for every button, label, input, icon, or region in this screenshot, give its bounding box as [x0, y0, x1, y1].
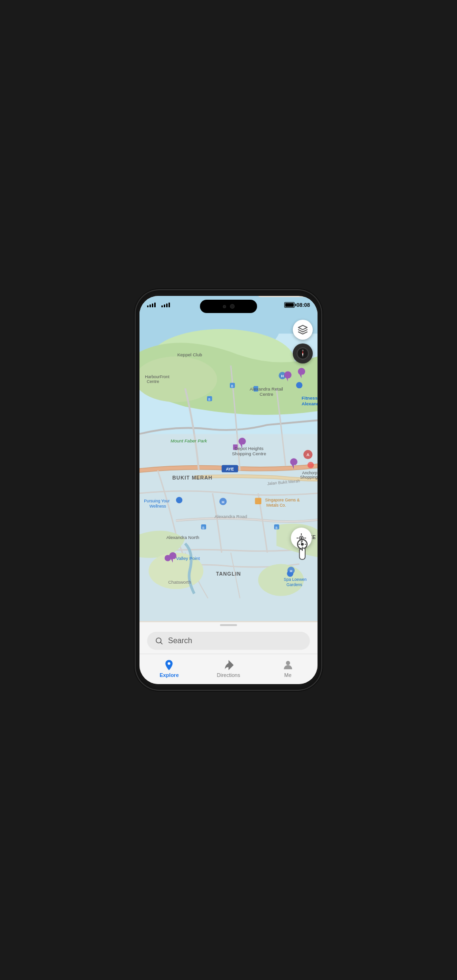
search-icon [155, 637, 163, 645]
signal-bar-3 [152, 304, 153, 307]
svg-point-28 [176, 497, 182, 503]
signal-bar-7 [166, 304, 168, 307]
tab-explore[interactable]: Explore [139, 657, 199, 680]
battery-icon [284, 302, 295, 308]
bottom-panel: Search Explore Directions [139, 622, 318, 684]
svg-text:Centre: Centre [259, 392, 273, 397]
svg-text:Depot Heights: Depot Heights [235, 446, 264, 451]
status-time: 08:08 [297, 302, 310, 308]
svg-text:Gardens: Gardens [287, 582, 302, 587]
svg-text:BUKIT MERAH: BUKIT MERAH [172, 475, 212, 480]
svg-text:Alexandra North: Alexandra North [166, 535, 199, 540]
signal-bar-4 [154, 303, 156, 307]
signal-indicators [147, 303, 170, 307]
signal-bar-6 [164, 304, 165, 307]
selfie-camera [230, 304, 235, 309]
svg-rect-31 [255, 498, 261, 504]
svg-text:Keppel Club: Keppel Club [177, 352, 202, 357]
svg-text:H: H [290, 569, 293, 573]
svg-text:Shopping: Shopping [300, 475, 318, 480]
map-container[interactable]: AYE Keppel Club HarbourFront Centre Alex… [139, 296, 318, 622]
svg-text:Alexandra Retail: Alexandra Retail [249, 386, 283, 392]
camera-notch [200, 300, 257, 313]
map-controls: N [293, 320, 313, 363]
svg-text:Shopping Centre: Shopping Centre [232, 451, 266, 456]
tab-explore-label: Explore [159, 672, 179, 678]
front-camera [223, 305, 226, 308]
svg-text:B: B [231, 384, 233, 388]
search-bar[interactable]: Search [147, 632, 310, 650]
search-bar-area: Search [139, 627, 318, 654]
map-svg[interactable]: AYE Keppel Club HarbourFront Centre Alex… [139, 296, 318, 622]
svg-text:Chatsworth: Chatsworth [168, 579, 191, 585]
signal-bar-1 [147, 305, 149, 307]
explore-icon [163, 659, 175, 671]
search-placeholder: Search [168, 637, 192, 645]
svg-text:Wellness: Wellness [149, 504, 166, 509]
svg-text:Centre: Centre [147, 379, 159, 384]
me-icon [282, 659, 294, 671]
location-icon [296, 532, 307, 544]
svg-text:Alexandra Road: Alexandra Road [214, 514, 247, 519]
svg-text:H: H [222, 500, 225, 504]
svg-text:Pursuing Your: Pursuing Your [144, 499, 170, 503]
location-button[interactable] [291, 528, 312, 549]
svg-text:Spa Loewen: Spa Loewen [284, 577, 307, 582]
svg-text:A: A [307, 452, 309, 457]
svg-text:B: B [275, 526, 278, 529]
svg-point-25 [308, 462, 314, 468]
compass-icon: N [296, 347, 309, 360]
svg-line-78 [160, 642, 162, 644]
svg-text:B: B [208, 398, 210, 401]
compass-button[interactable]: N [293, 343, 313, 363]
svg-text:Valley Point: Valley Point [176, 556, 200, 561]
tab-me[interactable]: Me [258, 657, 318, 680]
svg-text:AYE: AYE [226, 467, 234, 471]
phone-screen: 08:08 [139, 296, 318, 684]
svg-text:H: H [281, 374, 284, 378]
signal-bar-5 [161, 305, 163, 307]
drag-handle [220, 624, 237, 626]
svg-text:Anchorpt: Anchorpt [302, 470, 318, 475]
svg-point-66 [300, 537, 302, 539]
svg-text:Metals Co.: Metals Co. [267, 503, 286, 508]
directions-icon [222, 659, 235, 671]
layers-button[interactable] [293, 320, 313, 340]
svg-text:TANGLIN: TANGLIN [216, 571, 241, 577]
svg-text:Mount Faber Park: Mount Faber Park [170, 438, 208, 443]
svg-text:HarbourFront: HarbourFront [145, 374, 170, 379]
signal-bar-8 [169, 303, 170, 307]
tab-me-label: Me [284, 672, 291, 678]
tab-directions-label: Directions [217, 672, 240, 678]
svg-point-16 [296, 382, 302, 388]
svg-text:Fitness First: Fitness First [301, 395, 318, 401]
signal-bar-2 [149, 304, 151, 307]
svg-text:Alexandra: Alexandra [301, 401, 318, 406]
svg-text:B: B [202, 526, 205, 529]
status-right: 08:08 [284, 302, 310, 308]
svg-text:Singapore Gems &: Singapore Gems & [265, 498, 300, 502]
svg-point-79 [168, 662, 170, 665]
layers-icon [298, 324, 308, 335]
nav-tabs: Explore Directions Me [139, 654, 318, 684]
svg-point-80 [286, 661, 290, 665]
battery-fill [285, 303, 294, 307]
tab-directions[interactable]: Directions [199, 657, 258, 680]
phone-device: 08:08 [136, 290, 321, 690]
